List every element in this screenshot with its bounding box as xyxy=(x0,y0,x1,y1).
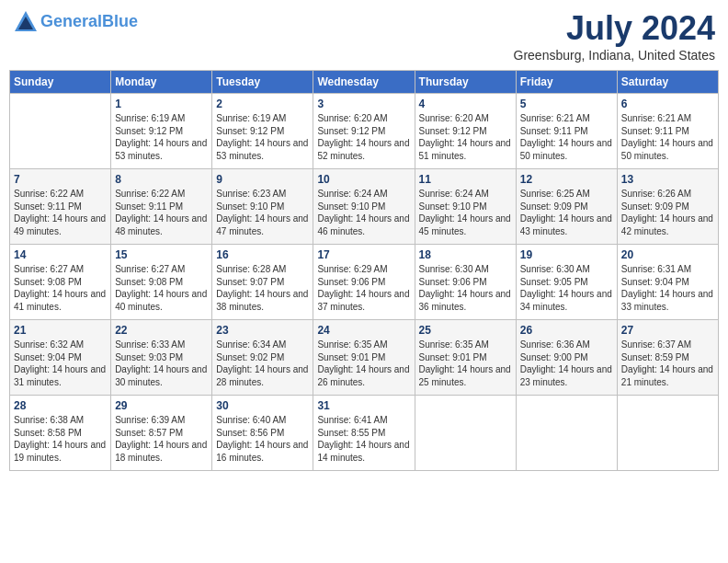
calendar-cell: 20Sunrise: 6:31 AMSunset: 9:04 PMDayligh… xyxy=(617,245,718,320)
title-block: July 2024 Greensburg, Indiana, United St… xyxy=(514,9,715,63)
cell-info: Sunrise: 6:37 AMSunset: 8:59 PMDaylight:… xyxy=(621,339,714,388)
day-number: 25 xyxy=(419,324,512,337)
cell-info: Sunrise: 6:26 AMSunset: 9:09 PMDaylight:… xyxy=(621,188,714,237)
calendar-cell: 29Sunrise: 6:39 AMSunset: 8:57 PMDayligh… xyxy=(111,396,212,471)
calendar-cell: 27Sunrise: 6:37 AMSunset: 8:59 PMDayligh… xyxy=(617,320,718,396)
calendar-cell: 16Sunrise: 6:28 AMSunset: 9:07 PMDayligh… xyxy=(212,245,313,320)
day-number: 2 xyxy=(216,98,309,110)
weekday-header-thursday: Thursday xyxy=(415,71,516,94)
cell-info: Sunrise: 6:22 AMSunset: 9:11 PMDaylight:… xyxy=(14,188,107,237)
calendar-cell: 10Sunrise: 6:24 AMSunset: 9:10 PMDayligh… xyxy=(313,169,415,245)
cell-info: Sunrise: 6:27 AMSunset: 9:08 PMDaylight:… xyxy=(14,263,107,313)
logo-text: GeneralBlue xyxy=(40,13,138,31)
cell-info: Sunrise: 6:25 AMSunset: 9:09 PMDaylight:… xyxy=(520,188,613,237)
cell-info: Sunrise: 6:36 AMSunset: 9:00 PMDaylight:… xyxy=(520,339,613,388)
cell-info: Sunrise: 6:40 AMSunset: 8:56 PMDaylight:… xyxy=(216,414,309,464)
logo: GeneralBlue xyxy=(13,9,138,35)
calendar-cell: 4Sunrise: 6:20 AMSunset: 9:12 PMDaylight… xyxy=(415,94,516,169)
day-number: 23 xyxy=(216,324,309,337)
calendar-cell: 6Sunrise: 6:21 AMSunset: 9:11 PMDaylight… xyxy=(617,94,718,169)
day-number: 3 xyxy=(317,98,410,110)
day-number: 28 xyxy=(14,399,107,412)
calendar-cell xyxy=(617,396,718,471)
weekday-header-monday: Monday xyxy=(111,71,212,94)
calendar-cell: 12Sunrise: 6:25 AMSunset: 9:09 PMDayligh… xyxy=(516,169,617,245)
calendar-cell: 11Sunrise: 6:24 AMSunset: 9:10 PMDayligh… xyxy=(415,169,516,245)
weekday-header-row: SundayMondayTuesdayWednesdayThursdayFrid… xyxy=(10,71,719,94)
calendar-week-row: 7Sunrise: 6:22 AMSunset: 9:11 PMDaylight… xyxy=(10,169,719,245)
day-number: 1 xyxy=(115,98,208,110)
calendar-table: SundayMondayTuesdayWednesdayThursdayFrid… xyxy=(9,70,719,471)
day-number: 29 xyxy=(115,399,208,412)
calendar-cell: 26Sunrise: 6:36 AMSunset: 9:00 PMDayligh… xyxy=(516,320,617,396)
cell-info: Sunrise: 6:28 AMSunset: 9:07 PMDaylight:… xyxy=(216,263,309,313)
logo-line1: General xyxy=(40,12,102,30)
cell-info: Sunrise: 6:30 AMSunset: 9:06 PMDaylight:… xyxy=(419,263,512,313)
day-number: 8 xyxy=(115,173,208,186)
month-title: July 2024 xyxy=(514,9,715,48)
calendar-cell: 19Sunrise: 6:30 AMSunset: 9:05 PMDayligh… xyxy=(516,245,617,320)
cell-info: Sunrise: 6:20 AMSunset: 9:12 PMDaylight:… xyxy=(317,112,410,162)
day-number: 13 xyxy=(621,173,714,186)
calendar-week-row: 21Sunrise: 6:32 AMSunset: 9:04 PMDayligh… xyxy=(10,320,719,396)
day-number: 21 xyxy=(14,324,107,337)
calendar-cell: 23Sunrise: 6:34 AMSunset: 9:02 PMDayligh… xyxy=(212,320,313,396)
cell-info: Sunrise: 6:38 AMSunset: 8:58 PMDaylight:… xyxy=(14,414,107,464)
calendar-week-row: 1Sunrise: 6:19 AMSunset: 9:12 PMDaylight… xyxy=(10,94,719,169)
day-number: 19 xyxy=(520,248,613,261)
day-number: 9 xyxy=(216,173,309,186)
day-number: 20 xyxy=(621,248,714,261)
weekday-header-friday: Friday xyxy=(516,71,617,94)
day-number: 24 xyxy=(317,324,410,337)
calendar-cell: 25Sunrise: 6:35 AMSunset: 9:01 PMDayligh… xyxy=(415,320,516,396)
calendar-week-row: 28Sunrise: 6:38 AMSunset: 8:58 PMDayligh… xyxy=(10,396,719,471)
calendar-cell: 30Sunrise: 6:40 AMSunset: 8:56 PMDayligh… xyxy=(212,396,313,471)
cell-info: Sunrise: 6:35 AMSunset: 9:01 PMDaylight:… xyxy=(317,339,410,388)
day-number: 18 xyxy=(419,248,512,261)
calendar-cell: 15Sunrise: 6:27 AMSunset: 9:08 PMDayligh… xyxy=(111,245,212,320)
logo-icon xyxy=(13,9,39,35)
day-number: 6 xyxy=(621,98,714,110)
day-number: 7 xyxy=(14,173,107,186)
calendar-cell xyxy=(415,396,516,471)
cell-info: Sunrise: 6:24 AMSunset: 9:10 PMDaylight:… xyxy=(419,188,512,237)
cell-info: Sunrise: 6:19 AMSunset: 9:12 PMDaylight:… xyxy=(115,112,208,162)
cell-info: Sunrise: 6:39 AMSunset: 8:57 PMDaylight:… xyxy=(115,414,208,464)
calendar-cell: 2Sunrise: 6:19 AMSunset: 9:12 PMDaylight… xyxy=(212,94,313,169)
day-number: 17 xyxy=(317,248,410,261)
calendar-cell: 9Sunrise: 6:23 AMSunset: 9:10 PMDaylight… xyxy=(212,169,313,245)
cell-info: Sunrise: 6:34 AMSunset: 9:02 PMDaylight:… xyxy=(216,339,309,388)
cell-info: Sunrise: 6:32 AMSunset: 9:04 PMDaylight:… xyxy=(14,339,107,388)
day-number: 26 xyxy=(520,324,613,337)
calendar-cell: 22Sunrise: 6:33 AMSunset: 9:03 PMDayligh… xyxy=(111,320,212,396)
cell-info: Sunrise: 6:21 AMSunset: 9:11 PMDaylight:… xyxy=(621,112,714,162)
cell-info: Sunrise: 6:22 AMSunset: 9:11 PMDaylight:… xyxy=(115,188,208,237)
day-number: 27 xyxy=(621,324,714,337)
cell-info: Sunrise: 6:23 AMSunset: 9:10 PMDaylight:… xyxy=(216,188,309,237)
calendar-cell: 1Sunrise: 6:19 AMSunset: 9:12 PMDaylight… xyxy=(111,94,212,169)
calendar-cell: 28Sunrise: 6:38 AMSunset: 8:58 PMDayligh… xyxy=(10,396,111,471)
calendar-cell: 17Sunrise: 6:29 AMSunset: 9:06 PMDayligh… xyxy=(313,245,415,320)
cell-info: Sunrise: 6:33 AMSunset: 9:03 PMDaylight:… xyxy=(115,339,208,388)
logo-line2: Blue xyxy=(102,12,138,30)
day-number: 11 xyxy=(419,173,512,186)
location: Greensburg, Indiana, United States xyxy=(514,48,715,63)
day-number: 15 xyxy=(115,248,208,261)
weekday-header-sunday: Sunday xyxy=(10,71,111,94)
cell-info: Sunrise: 6:27 AMSunset: 9:08 PMDaylight:… xyxy=(115,263,208,313)
weekday-header-tuesday: Tuesday xyxy=(212,71,313,94)
page-header: GeneralBlue July 2024 Greensburg, Indian… xyxy=(9,9,719,63)
cell-info: Sunrise: 6:30 AMSunset: 9:05 PMDaylight:… xyxy=(520,263,613,313)
cell-info: Sunrise: 6:41 AMSunset: 8:55 PMDaylight:… xyxy=(317,414,410,464)
calendar-cell: 7Sunrise: 6:22 AMSunset: 9:11 PMDaylight… xyxy=(10,169,111,245)
day-number: 31 xyxy=(317,399,410,412)
weekday-header-wednesday: Wednesday xyxy=(313,71,415,94)
calendar-cell: 18Sunrise: 6:30 AMSunset: 9:06 PMDayligh… xyxy=(415,245,516,320)
calendar-cell: 8Sunrise: 6:22 AMSunset: 9:11 PMDaylight… xyxy=(111,169,212,245)
day-number: 30 xyxy=(216,399,309,412)
day-number: 4 xyxy=(419,98,512,110)
day-number: 14 xyxy=(14,248,107,261)
calendar-cell: 5Sunrise: 6:21 AMSunset: 9:11 PMDaylight… xyxy=(516,94,617,169)
day-number: 12 xyxy=(520,173,613,186)
calendar-week-row: 14Sunrise: 6:27 AMSunset: 9:08 PMDayligh… xyxy=(10,245,719,320)
